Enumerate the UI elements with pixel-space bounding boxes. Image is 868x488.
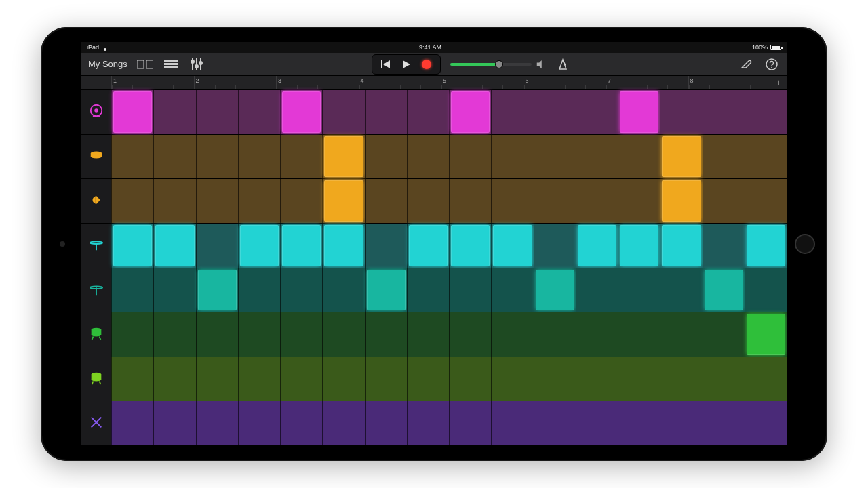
settings-button[interactable] — [738, 56, 754, 73]
cell[interactable] — [407, 401, 449, 445]
volume-slider[interactable] — [450, 60, 545, 69]
cell[interactable] — [703, 224, 745, 268]
cell[interactable] — [280, 135, 322, 179]
play-button[interactable] — [397, 57, 416, 72]
cell[interactable] — [322, 357, 364, 401]
cell[interactable] — [660, 401, 702, 445]
cell[interactable] — [280, 224, 322, 268]
cell[interactable] — [196, 224, 238, 268]
cell[interactable] — [534, 357, 576, 401]
cell[interactable] — [407, 312, 449, 357]
home-button[interactable] — [795, 234, 815, 254]
cell[interactable] — [703, 135, 745, 179]
cell[interactable] — [491, 401, 533, 445]
cell[interactable] — [111, 224, 153, 268]
cell[interactable] — [365, 179, 407, 223]
cell[interactable] — [703, 268, 745, 312]
tracks-view-button[interactable] — [163, 56, 179, 73]
cell[interactable] — [322, 312, 364, 357]
cell[interactable] — [491, 179, 533, 223]
cell[interactable] — [322, 90, 364, 134]
cell[interactable] — [322, 179, 364, 223]
cell[interactable] — [407, 224, 449, 268]
cell[interactable] — [660, 90, 702, 134]
cell[interactable] — [111, 179, 153, 223]
cell[interactable] — [491, 357, 533, 401]
cell[interactable] — [576, 357, 618, 401]
track-head-hihat2[interactable] — [81, 268, 111, 312]
track-head-tom1[interactable] — [81, 312, 111, 357]
add-bars-button[interactable]: + — [770, 76, 787, 89]
cell[interactable] — [153, 268, 195, 312]
cell[interactable] — [534, 179, 576, 223]
cell[interactable] — [280, 357, 322, 401]
track-head-sticks[interactable] — [81, 401, 111, 445]
cell[interactable] — [196, 135, 238, 179]
track-head-kick[interactable] — [81, 90, 111, 134]
cell[interactable] — [534, 312, 576, 357]
cell[interactable] — [660, 135, 702, 179]
cell[interactable] — [703, 401, 745, 445]
cell[interactable] — [153, 312, 195, 357]
cell[interactable] — [407, 90, 449, 134]
cell[interactable] — [407, 135, 449, 179]
cell[interactable] — [111, 135, 153, 179]
cell[interactable] — [153, 90, 195, 134]
cell[interactable] — [407, 357, 449, 401]
cell[interactable] — [153, 357, 195, 401]
cell[interactable] — [449, 357, 491, 401]
cell[interactable] — [618, 179, 660, 223]
cell[interactable] — [111, 90, 153, 134]
cell[interactable] — [238, 357, 280, 401]
cell[interactable] — [618, 90, 660, 134]
cell[interactable] — [449, 224, 491, 268]
cell[interactable] — [280, 268, 322, 312]
cell[interactable] — [576, 224, 618, 268]
cell[interactable] — [238, 224, 280, 268]
cell[interactable] — [322, 135, 364, 179]
cell[interactable] — [196, 179, 238, 223]
cell[interactable] — [111, 312, 153, 357]
cell[interactable] — [322, 268, 364, 312]
cell[interactable] — [534, 224, 576, 268]
cell[interactable] — [111, 401, 153, 445]
cell[interactable] — [196, 401, 238, 445]
timeline-ruler[interactable]: 12345678 — [111, 76, 770, 89]
help-button[interactable] — [764, 56, 780, 73]
cell[interactable] — [365, 401, 407, 445]
cell[interactable] — [618, 268, 660, 312]
metronome-button[interactable] — [555, 56, 571, 73]
cell[interactable] — [491, 90, 533, 134]
cell[interactable] — [238, 312, 280, 357]
mixer-button[interactable] — [189, 56, 205, 73]
cell[interactable] — [449, 268, 491, 312]
cell[interactable] — [196, 90, 238, 134]
cell[interactable] — [238, 90, 280, 134]
cell[interactable] — [491, 268, 533, 312]
cell[interactable] — [660, 312, 702, 357]
cell[interactable] — [449, 401, 491, 445]
cell[interactable] — [153, 135, 195, 179]
cell[interactable] — [365, 224, 407, 268]
cell[interactable] — [280, 401, 322, 445]
track-head-snare[interactable] — [81, 135, 111, 179]
rewind-button[interactable] — [376, 57, 395, 72]
cell[interactable] — [111, 268, 153, 312]
cell[interactable] — [365, 90, 407, 134]
cell[interactable] — [491, 224, 533, 268]
cell[interactable] — [576, 179, 618, 223]
cell[interactable] — [745, 224, 787, 268]
record-button[interactable] — [417, 57, 436, 72]
cell[interactable] — [703, 90, 745, 134]
cell[interactable] — [449, 90, 491, 134]
cell[interactable] — [153, 401, 195, 445]
cell[interactable] — [745, 357, 787, 401]
cell[interactable] — [365, 268, 407, 312]
cell[interactable] — [111, 357, 153, 401]
cell[interactable] — [280, 312, 322, 357]
view-toggle-button[interactable] — [137, 56, 153, 73]
cell[interactable] — [534, 90, 576, 134]
track-head-tom2[interactable] — [81, 357, 111, 401]
cell[interactable] — [238, 135, 280, 179]
cell[interactable] — [153, 179, 195, 223]
